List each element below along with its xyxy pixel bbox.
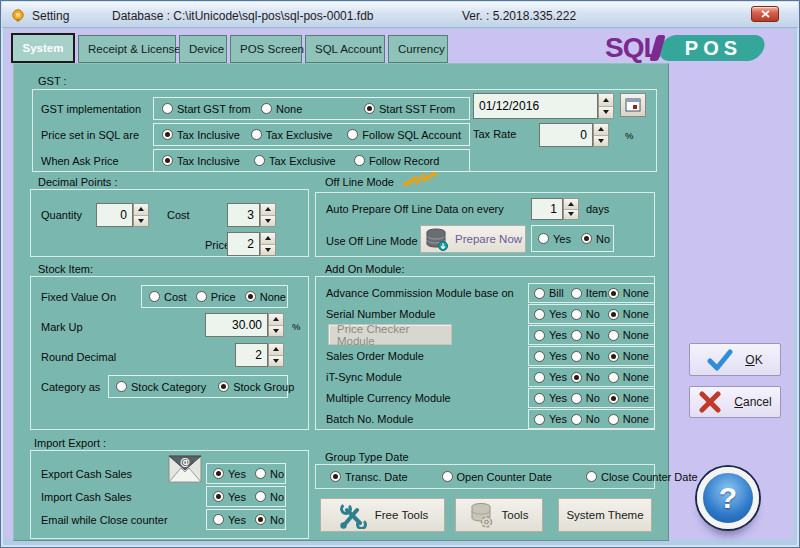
- cancel-button[interactable]: Cancel: [689, 386, 781, 418]
- radio-yes[interactable]: Yes: [534, 413, 571, 425]
- radio-icon[interactable]: [255, 514, 266, 525]
- radio-no[interactable]: No: [255, 514, 284, 526]
- spinner-up[interactable]: [269, 314, 283, 326]
- radio-no[interactable]: No: [581, 233, 610, 245]
- tab-currency[interactable]: Currency: [388, 35, 448, 63]
- radio-icon[interactable]: [571, 288, 582, 299]
- radio-yes[interactable]: Yes: [534, 371, 571, 383]
- radio-bill[interactable]: Bill: [534, 287, 571, 299]
- system-theme-button[interactable]: System Theme: [558, 498, 652, 532]
- radio-icon[interactable]: [608, 393, 619, 404]
- spinner-up[interactable]: [261, 233, 275, 245]
- calendar-button[interactable]: [620, 93, 646, 117]
- radio-icon[interactable]: [571, 414, 582, 425]
- tax-rate-spinner[interactable]: [593, 123, 609, 147]
- email-icon[interactable]: @: [168, 454, 202, 484]
- tab-device[interactable]: Device: [179, 35, 227, 63]
- radio-icon[interactable]: [608, 414, 619, 425]
- cost-field[interactable]: 3: [227, 203, 260, 227]
- radio-yes[interactable]: Yes: [534, 392, 571, 404]
- radio-icon[interactable]: [581, 233, 592, 244]
- radio-icon[interactable]: [255, 491, 266, 502]
- radio-none[interactable]: None: [608, 371, 649, 383]
- quantity-spinner[interactable]: [133, 203, 149, 227]
- radio-icon[interactable]: [534, 393, 545, 404]
- radio-yes[interactable]: Yes: [213, 514, 246, 526]
- radio-close-counter-date[interactable]: Close Counter Date: [586, 471, 698, 483]
- radio-icon[interactable]: [354, 155, 365, 166]
- radio-none[interactable]: None: [608, 350, 649, 362]
- round-decimal-field[interactable]: 2: [235, 343, 268, 367]
- radio-tax-inclusive[interactable]: Tax Inclusive: [162, 129, 251, 141]
- sst-date-field[interactable]: 01/12/2016: [473, 93, 598, 119]
- radio-follow-record[interactable]: Follow Record: [354, 155, 439, 167]
- radio-no[interactable]: No: [571, 371, 608, 383]
- ok-button[interactable]: OK: [689, 343, 781, 376]
- radio-tax-exclusive[interactable]: Tax Exclusive: [251, 129, 348, 141]
- radio-icon[interactable]: [608, 351, 619, 362]
- price-field[interactable]: 2: [227, 232, 260, 256]
- radio-tax-exclusive[interactable]: Tax Exclusive: [254, 155, 354, 167]
- radio-icon[interactable]: [538, 233, 549, 244]
- radio-no[interactable]: No: [571, 329, 608, 341]
- radio-yes[interactable]: Yes: [534, 308, 571, 320]
- radio-icon[interactable]: [586, 471, 597, 482]
- radio-item[interactable]: Item: [571, 287, 608, 299]
- radio-icon[interactable]: [534, 330, 545, 341]
- radio-icon[interactable]: [571, 372, 582, 383]
- radio-icon[interactable]: [162, 155, 173, 166]
- mark-up-field[interactable]: 30.00: [205, 313, 268, 337]
- cost-spinner[interactable]: [260, 203, 276, 227]
- radio-no[interactable]: No: [571, 413, 608, 425]
- radio-icon[interactable]: [149, 291, 160, 302]
- radio-start-gst-from[interactable]: Start GST from: [162, 103, 261, 115]
- radio-no[interactable]: No: [571, 392, 608, 404]
- tax-rate-field[interactable]: 0: [539, 123, 593, 147]
- radio-icon[interactable]: [213, 468, 224, 479]
- radio-icon[interactable]: [254, 155, 265, 166]
- radio-none[interactable]: None: [261, 103, 364, 115]
- radio-cost[interactable]: Cost: [149, 291, 187, 303]
- radio-icon[interactable]: [571, 351, 582, 362]
- mark-up-spinner[interactable]: [268, 313, 284, 337]
- help-button[interactable]: ?: [697, 467, 759, 529]
- sst-date-spinner[interactable]: [598, 93, 614, 119]
- radio-follow-sql-account[interactable]: Follow SQL Account: [347, 129, 461, 141]
- spinner-up[interactable]: [594, 124, 608, 136]
- radio-icon[interactable]: [571, 393, 582, 404]
- spinner-down[interactable]: [269, 356, 283, 367]
- radio-price[interactable]: Price: [196, 291, 236, 303]
- radio-icon[interactable]: [608, 288, 619, 299]
- radio-none[interactable]: None: [608, 413, 649, 425]
- radio-none[interactable]: None: [608, 287, 649, 299]
- spinner-down[interactable]: [134, 216, 148, 227]
- tab-sql-account[interactable]: SQL Account: [305, 35, 385, 63]
- tab-system[interactable]: System: [11, 33, 75, 63]
- radio-yes[interactable]: Yes: [538, 233, 571, 245]
- radio-icon[interactable]: [364, 103, 375, 114]
- radio-icon[interactable]: [116, 381, 127, 392]
- price-spinner[interactable]: [260, 232, 276, 256]
- spinner-down[interactable]: [599, 107, 613, 119]
- radio-icon[interactable]: [608, 372, 619, 383]
- spinner-up[interactable]: [599, 94, 613, 107]
- radio-no[interactable]: No: [571, 350, 608, 362]
- spinner-up[interactable]: [269, 344, 283, 356]
- spinner-down[interactable]: [261, 245, 275, 256]
- radio-icon[interactable]: [213, 491, 224, 502]
- radio-icon[interactable]: [245, 291, 256, 302]
- radio-icon[interactable]: [534, 288, 545, 299]
- radio-none[interactable]: None: [608, 329, 649, 341]
- days-field[interactable]: 1: [531, 198, 563, 220]
- radio-icon[interactable]: [534, 414, 545, 425]
- radio-none[interactable]: None: [608, 308, 649, 320]
- radio-icon[interactable]: [608, 330, 619, 341]
- round-decimal-spinner[interactable]: [268, 343, 284, 367]
- radio-none[interactable]: None: [245, 291, 286, 303]
- radio-tax-inclusive[interactable]: Tax Inclusive: [162, 155, 254, 167]
- radio-icon[interactable]: [534, 372, 545, 383]
- radio-icon[interactable]: [162, 129, 173, 140]
- radio-icon[interactable]: [162, 103, 173, 114]
- radio-yes[interactable]: Yes: [534, 350, 571, 362]
- radio-icon[interactable]: [261, 103, 272, 114]
